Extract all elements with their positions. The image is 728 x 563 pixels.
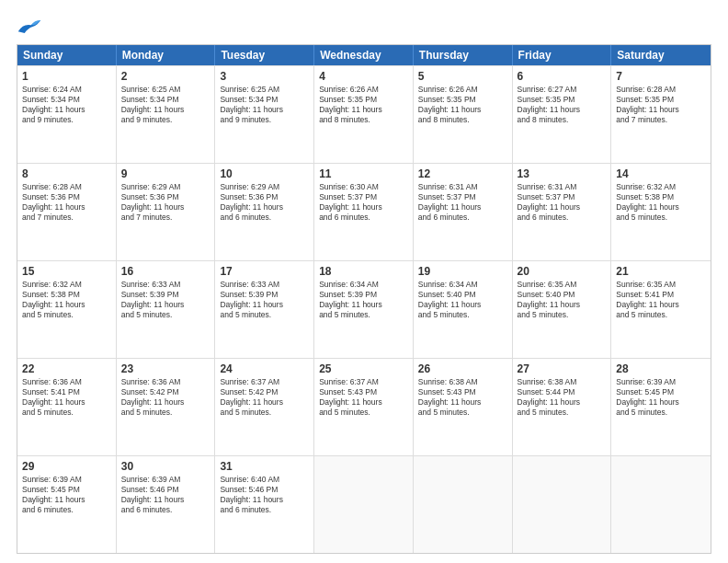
day-info: Sunrise: 6:26 AM Sunset: 5:35 PM Dayligh… bbox=[418, 85, 507, 125]
day-info: Sunrise: 6:33 AM Sunset: 5:39 PM Dayligh… bbox=[121, 280, 210, 320]
day-number: 2 bbox=[121, 69, 210, 84]
day-cell-27: 27Sunrise: 6:38 AM Sunset: 5:44 PM Dayli… bbox=[513, 359, 612, 455]
day-cell-20: 20Sunrise: 6:35 AM Sunset: 5:40 PM Dayli… bbox=[513, 261, 612, 358]
calendar: SundayMondayTuesdayWednesdayThursdayFrid… bbox=[17, 44, 711, 554]
day-cell-7: 7Sunrise: 6:28 AM Sunset: 5:35 PM Daylig… bbox=[611, 66, 711, 163]
day-cell-18: 18Sunrise: 6:34 AM Sunset: 5:39 PM Dayli… bbox=[314, 261, 414, 358]
day-cell-3: 3Sunrise: 6:25 AM Sunset: 5:34 PM Daylig… bbox=[215, 66, 314, 163]
day-cell-25: 25Sunrise: 6:37 AM Sunset: 5:43 PM Dayli… bbox=[314, 359, 414, 455]
day-info: Sunrise: 6:32 AM Sunset: 5:38 PM Dayligh… bbox=[22, 280, 111, 320]
day-number: 30 bbox=[121, 459, 210, 474]
day-info: Sunrise: 6:39 AM Sunset: 5:45 PM Dayligh… bbox=[616, 377, 706, 418]
day-number: 1 bbox=[22, 69, 111, 84]
day-info: Sunrise: 6:31 AM Sunset: 5:37 PM Dayligh… bbox=[418, 182, 507, 223]
day-cell-15: 15Sunrise: 6:32 AM Sunset: 5:38 PM Dayli… bbox=[17, 261, 117, 358]
day-cell-4: 4Sunrise: 6:26 AM Sunset: 5:35 PM Daylig… bbox=[314, 66, 414, 163]
day-header-monday: Monday bbox=[117, 45, 216, 65]
calendar-header: SundayMondayTuesdayWednesdayThursdayFrid… bbox=[17, 45, 711, 65]
day-number: 25 bbox=[319, 362, 408, 376]
empty-cell bbox=[513, 456, 612, 553]
day-info: Sunrise: 6:36 AM Sunset: 5:42 PM Dayligh… bbox=[121, 377, 210, 418]
day-header-friday: Friday bbox=[513, 45, 612, 65]
day-number: 27 bbox=[518, 362, 607, 376]
day-info: Sunrise: 6:28 AM Sunset: 5:36 PM Dayligh… bbox=[22, 182, 111, 223]
day-number: 23 bbox=[121, 362, 210, 376]
day-header-thursday: Thursday bbox=[414, 45, 513, 65]
empty-cell bbox=[611, 456, 711, 553]
day-number: 6 bbox=[518, 69, 607, 84]
day-number: 24 bbox=[220, 362, 309, 376]
day-cell-10: 10Sunrise: 6:29 AM Sunset: 5:36 PM Dayli… bbox=[215, 164, 314, 260]
day-number: 11 bbox=[319, 167, 408, 181]
day-info: Sunrise: 6:25 AM Sunset: 5:34 PM Dayligh… bbox=[220, 85, 309, 125]
day-info: Sunrise: 6:37 AM Sunset: 5:42 PM Dayligh… bbox=[220, 377, 309, 418]
day-number: 29 bbox=[22, 459, 111, 474]
day-cell-13: 13Sunrise: 6:31 AM Sunset: 5:37 PM Dayli… bbox=[513, 164, 612, 260]
day-number: 3 bbox=[220, 69, 309, 84]
day-number: 12 bbox=[418, 167, 507, 181]
day-cell-8: 8Sunrise: 6:28 AM Sunset: 5:36 PM Daylig… bbox=[17, 164, 117, 260]
day-cell-30: 30Sunrise: 6:39 AM Sunset: 5:46 PM Dayli… bbox=[117, 456, 216, 553]
day-info: Sunrise: 6:39 AM Sunset: 5:45 PM Dayligh… bbox=[22, 475, 111, 515]
day-number: 21 bbox=[616, 264, 706, 279]
day-cell-22: 22Sunrise: 6:36 AM Sunset: 5:41 PM Dayli… bbox=[17, 359, 117, 455]
day-cell-28: 28Sunrise: 6:39 AM Sunset: 5:45 PM Dayli… bbox=[611, 359, 711, 455]
week-row-2: 8Sunrise: 6:28 AM Sunset: 5:36 PM Daylig… bbox=[17, 163, 711, 260]
day-info: Sunrise: 6:34 AM Sunset: 5:40 PM Dayligh… bbox=[418, 280, 507, 320]
day-number: 31 bbox=[220, 459, 309, 474]
day-info: Sunrise: 6:28 AM Sunset: 5:35 PM Dayligh… bbox=[616, 85, 706, 125]
day-info: Sunrise: 6:34 AM Sunset: 5:39 PM Dayligh… bbox=[319, 280, 408, 320]
day-header-tuesday: Tuesday bbox=[215, 45, 314, 65]
day-cell-16: 16Sunrise: 6:33 AM Sunset: 5:39 PM Dayli… bbox=[117, 261, 216, 358]
week-row-3: 15Sunrise: 6:32 AM Sunset: 5:38 PM Dayli… bbox=[17, 260, 711, 358]
day-number: 20 bbox=[518, 264, 607, 279]
day-cell-9: 9Sunrise: 6:29 AM Sunset: 5:36 PM Daylig… bbox=[117, 164, 216, 260]
day-info: Sunrise: 6:38 AM Sunset: 5:44 PM Dayligh… bbox=[518, 377, 607, 418]
day-cell-1: 1Sunrise: 6:24 AM Sunset: 5:34 PM Daylig… bbox=[17, 66, 117, 163]
day-cell-6: 6Sunrise: 6:27 AM Sunset: 5:35 PM Daylig… bbox=[513, 66, 612, 163]
day-number: 26 bbox=[418, 362, 507, 376]
day-info: Sunrise: 6:35 AM Sunset: 5:41 PM Dayligh… bbox=[616, 280, 706, 320]
day-number: 17 bbox=[220, 264, 309, 279]
day-cell-12: 12Sunrise: 6:31 AM Sunset: 5:37 PM Dayli… bbox=[414, 164, 513, 260]
day-info: Sunrise: 6:38 AM Sunset: 5:43 PM Dayligh… bbox=[418, 377, 507, 418]
day-number: 28 bbox=[616, 362, 706, 376]
day-cell-24: 24Sunrise: 6:37 AM Sunset: 5:42 PM Dayli… bbox=[215, 359, 314, 455]
day-cell-2: 2Sunrise: 6:25 AM Sunset: 5:34 PM Daylig… bbox=[117, 66, 216, 163]
day-header-wednesday: Wednesday bbox=[314, 45, 414, 65]
day-info: Sunrise: 6:30 AM Sunset: 5:37 PM Dayligh… bbox=[319, 182, 408, 223]
header bbox=[17, 17, 711, 37]
page: SundayMondayTuesdayWednesdayThursdayFrid… bbox=[0, 0, 728, 563]
day-number: 13 bbox=[518, 167, 607, 181]
day-header-sunday: Sunday bbox=[17, 45, 117, 65]
day-number: 5 bbox=[418, 69, 507, 84]
day-info: Sunrise: 6:24 AM Sunset: 5:34 PM Dayligh… bbox=[22, 85, 111, 125]
logo bbox=[17, 17, 46, 37]
day-number: 10 bbox=[220, 167, 309, 181]
calendar-body: 1Sunrise: 6:24 AM Sunset: 5:34 PM Daylig… bbox=[17, 65, 711, 553]
day-info: Sunrise: 6:31 AM Sunset: 5:37 PM Dayligh… bbox=[518, 182, 607, 223]
day-number: 4 bbox=[319, 69, 408, 84]
week-row-5: 29Sunrise: 6:39 AM Sunset: 5:45 PM Dayli… bbox=[17, 455, 711, 553]
day-cell-14: 14Sunrise: 6:32 AM Sunset: 5:38 PM Dayli… bbox=[611, 164, 711, 260]
day-number: 15 bbox=[22, 264, 111, 279]
day-info: Sunrise: 6:32 AM Sunset: 5:38 PM Dayligh… bbox=[616, 182, 706, 223]
day-cell-19: 19Sunrise: 6:34 AM Sunset: 5:40 PM Dayli… bbox=[414, 261, 513, 358]
logo-icon bbox=[17, 17, 42, 37]
week-row-4: 22Sunrise: 6:36 AM Sunset: 5:41 PM Dayli… bbox=[17, 358, 711, 455]
day-number: 14 bbox=[616, 167, 706, 181]
day-info: Sunrise: 6:29 AM Sunset: 5:36 PM Dayligh… bbox=[121, 182, 210, 223]
day-number: 9 bbox=[121, 167, 210, 181]
empty-cell bbox=[314, 456, 414, 553]
day-number: 7 bbox=[616, 69, 706, 84]
day-info: Sunrise: 6:27 AM Sunset: 5:35 PM Dayligh… bbox=[518, 85, 607, 125]
day-info: Sunrise: 6:35 AM Sunset: 5:40 PM Dayligh… bbox=[518, 280, 607, 320]
day-cell-17: 17Sunrise: 6:33 AM Sunset: 5:39 PM Dayli… bbox=[215, 261, 314, 358]
day-number: 22 bbox=[22, 362, 111, 376]
day-number: 16 bbox=[121, 264, 210, 279]
day-cell-29: 29Sunrise: 6:39 AM Sunset: 5:45 PM Dayli… bbox=[17, 456, 117, 553]
empty-cell bbox=[414, 456, 513, 553]
day-cell-31: 31Sunrise: 6:40 AM Sunset: 5:46 PM Dayli… bbox=[215, 456, 314, 553]
day-header-saturday: Saturday bbox=[611, 45, 711, 65]
day-cell-21: 21Sunrise: 6:35 AM Sunset: 5:41 PM Dayli… bbox=[611, 261, 711, 358]
